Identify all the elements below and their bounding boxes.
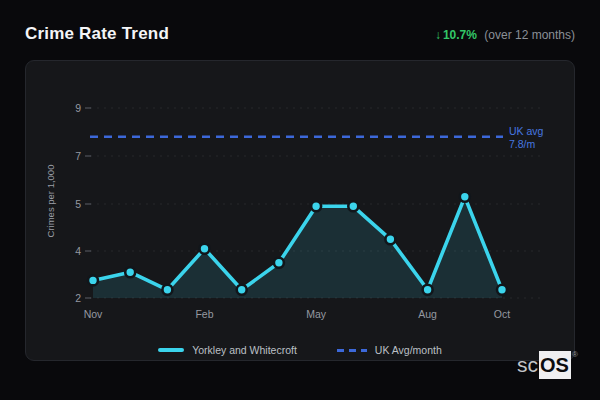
y-tick-label: 9	[75, 102, 81, 114]
x-tick-label: Nov	[84, 308, 103, 320]
data-point[interactable]	[125, 267, 135, 277]
y-tick-label: 5	[75, 198, 81, 210]
trend-delta: ↓10.7% (over 12 months)	[435, 28, 575, 42]
data-point[interactable]	[274, 258, 284, 268]
x-tick-label: May	[306, 308, 327, 320]
uk-avg-value-label: 7.8/m	[509, 138, 536, 150]
screen: { "header": { "title": "Crime Rate Trend…	[0, 0, 600, 400]
page-title: Crime Rate Trend	[25, 24, 169, 44]
data-point[interactable]	[348, 201, 358, 211]
data-point[interactable]	[497, 285, 507, 295]
scos-logo: sc OS ®	[517, 351, 578, 379]
x-tick-label: Oct	[494, 308, 510, 320]
y-tick-label: 7	[75, 150, 81, 162]
y-tick-label: 4	[75, 245, 81, 257]
legend-label-series: Yorkley and Whitecroft	[192, 344, 297, 356]
uk-avg-label: UK avg	[509, 125, 544, 137]
crime-trend-chart: 24579UK avg7.8/mNovFebMayAugOct	[26, 61, 576, 362]
delta-period-note: (over 12 months)	[484, 28, 575, 42]
data-point[interactable]	[200, 244, 210, 254]
y-axis-title: Crimes per 1,000	[45, 165, 56, 238]
delta-value: 10.7%	[443, 28, 477, 42]
dashed-line-swatch-icon	[337, 349, 367, 352]
x-tick-label: Aug	[418, 308, 437, 320]
data-point[interactable]	[460, 192, 470, 202]
data-point[interactable]	[385, 234, 395, 244]
legend-item-series[interactable]: Yorkley and Whitecroft	[158, 344, 297, 356]
x-tick-label: Feb	[195, 308, 213, 320]
logo-prefix: sc	[517, 351, 538, 379]
chart-panel: 24579UK avg7.8/mNovFebMayAugOct Crimes p…	[25, 60, 575, 361]
down-arrow-icon: ↓	[435, 28, 441, 42]
data-point[interactable]	[237, 285, 247, 295]
legend-item-reference[interactable]: UK Avg/month	[337, 344, 442, 356]
card-header: Crime Rate Trend ↓10.7% (over 12 months)	[25, 24, 575, 44]
registered-trademark-icon: ®	[572, 351, 578, 359]
data-point[interactable]	[162, 285, 172, 295]
data-point[interactable]	[88, 275, 98, 285]
data-point[interactable]	[423, 285, 433, 295]
line-swatch-icon	[158, 348, 184, 352]
logo-suffix: OS	[539, 351, 571, 379]
chart-legend: Yorkley and Whitecroft UK Avg/month	[26, 344, 574, 356]
data-point[interactable]	[311, 201, 321, 211]
y-tick-label: 2	[75, 292, 81, 304]
legend-label-reference: UK Avg/month	[375, 344, 442, 356]
